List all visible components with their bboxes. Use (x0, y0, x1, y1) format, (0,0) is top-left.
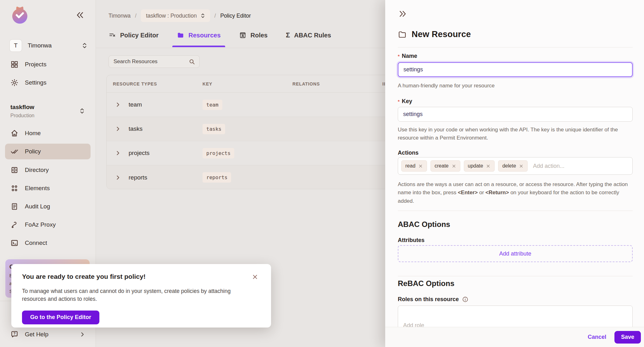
terminal-icon (10, 239, 19, 247)
sidebar-item-policy[interactable]: Policy (5, 144, 91, 159)
resource-key-badge: reports (203, 172, 231, 183)
add-attribute-button[interactable]: Add attribute (398, 245, 633, 262)
chevron-updown-icon (78, 107, 86, 115)
sidebar-item-projects[interactable]: Projects (5, 57, 91, 72)
search-box[interactable] (108, 55, 200, 68)
sidebar-item-label: Projects (25, 61, 47, 68)
org-avatar: T (9, 39, 22, 52)
save-button[interactable]: Save (614, 331, 641, 344)
tab-resources[interactable]: Resources (177, 31, 220, 47)
actions-helper: Actions are the ways a user can act on a… (398, 180, 633, 205)
name-input[interactable] (398, 62, 633, 77)
resource-key-badge: team (203, 100, 222, 110)
row-expand-icon[interactable] (114, 125, 122, 133)
sidebar-item-settings[interactable]: Settings (5, 75, 91, 91)
name-helper: A human-friendly name for your resource (398, 82, 633, 90)
tab-policy-editor[interactable]: Policy Editor (108, 31, 158, 47)
key-helper: Use this key in your code or when workin… (398, 126, 633, 142)
action-tag: create (430, 160, 460, 172)
resource-name: tasks (129, 125, 142, 132)
sidebar-item-label: Policy (25, 148, 41, 155)
info-icon[interactable] (462, 296, 469, 303)
tab-abac-rules[interactable]: Σ ABAC Rules (286, 31, 331, 47)
divider (398, 276, 633, 276)
chevron-right-icon (79, 331, 86, 338)
column-header: RESOURCE TYPES (113, 81, 157, 86)
resource-key-badge: tasks (203, 124, 225, 134)
tab-roles[interactable]: Roles (239, 31, 268, 47)
close-icon[interactable] (252, 273, 258, 280)
double-check-icon (10, 147, 19, 156)
tabbar: Policy Editor Resources Roles Σ (108, 31, 331, 47)
actions-field-label: Actions (398, 150, 419, 156)
sidebar-item-foaz-proxy[interactable]: FoAz Proxy (5, 217, 91, 233)
toast-title: You are ready to create you first policy… (22, 273, 260, 280)
gear-icon (10, 79, 19, 87)
sidebar-item-home[interactable]: Home (5, 125, 91, 141)
roles-label-row: Roles on this resource (398, 296, 469, 303)
sidebar-item-directory[interactable]: Directory (5, 162, 91, 178)
action-tag: update (464, 160, 495, 172)
search-icon (188, 58, 196, 65)
drawer-title: New Resource (412, 30, 471, 39)
action-tag: read (401, 160, 427, 172)
sidebar-collapse-icon[interactable] (75, 10, 85, 20)
home-icon (10, 129, 19, 137)
actions-input-box[interactable]: read create update delete Add action... (398, 157, 633, 175)
app-root: T Timonwa Projects Settings taskflow Pro… (0, 0, 644, 347)
sidebar-item-elements[interactable]: Elements (5, 180, 91, 196)
roles-input[interactable]: Add role (398, 306, 633, 329)
grid-icon (10, 60, 19, 69)
sidebar-item-label: Home (25, 130, 41, 137)
svg-text:?: ? (14, 332, 16, 335)
add-action-placeholder[interactable]: Add action... (533, 163, 564, 169)
drawer-title-row: New Resource (398, 30, 471, 39)
resource-name: projects (129, 150, 150, 157)
roles-label: Roles on this resource (398, 296, 459, 303)
workspace-name: taskflow (10, 104, 89, 111)
breadcrumb-org[interactable]: Timonwa (108, 13, 130, 19)
folder-icon (177, 31, 184, 39)
drawer-collapse-icon[interactable] (398, 9, 408, 19)
breadcrumb: Timonwa / taskflow : Production / Policy… (108, 9, 251, 22)
remove-tag-icon[interactable] (486, 164, 491, 168)
permit-logo-icon (10, 5, 30, 25)
key-input[interactable] (398, 107, 633, 122)
resource-name: team (129, 101, 142, 108)
breadcrumb-env-selector[interactable]: taskflow : Production (141, 9, 210, 22)
remove-tag-icon[interactable] (519, 164, 524, 168)
go-to-policy-editor-button[interactable]: Go to the Policy Editor (22, 311, 99, 324)
filter-x-icon (108, 31, 116, 39)
active-tab-underline (172, 46, 225, 47)
sidebar-item-get-help[interactable]: ? Get Help (5, 328, 91, 341)
divider (398, 211, 633, 211)
row-expand-icon[interactable] (114, 174, 122, 181)
remove-tag-icon[interactable] (452, 164, 456, 168)
attributes-label: Attributes (398, 237, 425, 244)
four-circles-icon (10, 184, 19, 192)
remove-tag-icon[interactable] (418, 164, 423, 168)
required-asterisk: * (398, 99, 400, 104)
chevron-updown-icon (80, 41, 89, 50)
sidebar-item-label: FoAz Proxy (25, 221, 56, 228)
resource-name: reports (129, 174, 147, 181)
action-tag: delete (498, 160, 528, 172)
column-header-clipped: II (382, 81, 385, 86)
roles-badge-icon (239, 31, 247, 39)
sigma-icon: Σ (286, 32, 290, 39)
sidebar-item-audit-log[interactable]: Audit Log (5, 199, 91, 214)
sidebar-item-label: Audit Log (25, 203, 50, 210)
workspace-switcher[interactable]: taskflow Production (10, 104, 89, 118)
search-input[interactable] (114, 58, 188, 65)
tab-label: Policy Editor (120, 32, 158, 39)
drawer-footer: Cancel Save (385, 327, 644, 347)
org-switcher[interactable]: T Timonwa (9, 38, 89, 53)
cancel-button[interactable]: Cancel (588, 334, 606, 340)
tab-label: Resources (188, 32, 220, 39)
abac-options-heading: ABAC Options (398, 220, 450, 229)
sidebar-item-connect[interactable]: Connect (5, 235, 91, 251)
row-expand-icon[interactable] (114, 101, 122, 108)
column-header: KEY (203, 81, 212, 86)
breadcrumb-page: Policy Editor (220, 13, 251, 19)
row-expand-icon[interactable] (114, 149, 122, 157)
